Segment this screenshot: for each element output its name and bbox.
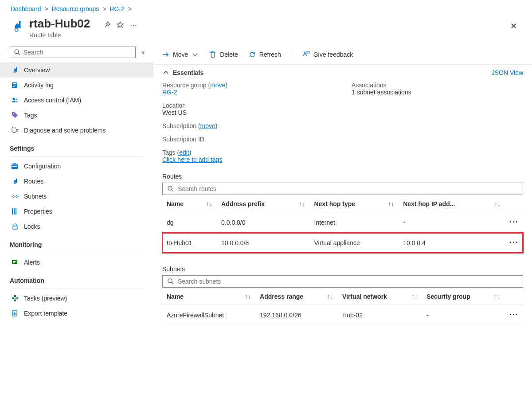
move-button[interactable]: Move	[162, 51, 199, 58]
table-row[interactable]: dg 0.0.0.0/0 Internet - ···	[162, 212, 523, 233]
routes-icon	[12, 178, 19, 185]
sidebar-item-activity-log[interactable]: Activity log	[0, 78, 153, 93]
overview-icon	[12, 66, 19, 74]
subnets-col-vnet[interactable]: Virtual network↑↓	[338, 289, 422, 305]
row-menu-button[interactable]: ···	[505, 305, 523, 325]
svg-rect-17	[12, 208, 13, 215]
svg-rect-14	[12, 166, 17, 167]
table-row[interactable]: AzureFirewallSubnet 192.168.0.0/26 Hub-0…	[162, 305, 523, 325]
json-view-link[interactable]: JSON View	[492, 69, 523, 76]
chevron-right-icon: >	[45, 5, 48, 12]
subnets-table: Name↑↓ Address range↑↓ Virtual network↑↓…	[162, 289, 523, 325]
ess-label-subscription: Subscription (move)	[162, 122, 334, 129]
tags-icon	[12, 112, 19, 119]
svg-rect-32	[307, 51, 309, 53]
table-row[interactable]: to-Hub01 10.0.0.0/8 Virtual appliance 10…	[162, 233, 523, 253]
breadcrumb-item-rg2[interactable]: RG-2	[110, 5, 125, 12]
sidebar-item-label: Properties	[24, 208, 52, 215]
routes-col-hoptype[interactable]: Next hop type↑↓	[309, 196, 399, 212]
sidebar-item-tasks[interactable]: Tasks (preview)	[0, 291, 153, 306]
sidebar-item-label: Access control (IAM)	[24, 97, 81, 104]
sidebar-item-subnets[interactable]: <·> Subnets	[0, 189, 153, 204]
routes-col-hopip[interactable]: Next hop IP add...↑↓	[399, 196, 505, 212]
subnets-search-input[interactable]	[178, 278, 518, 285]
sidebar-item-routes[interactable]: Routes	[0, 174, 153, 189]
svg-point-4	[14, 71, 16, 73]
svg-rect-8	[13, 86, 15, 87]
sidebar-section-automation: Automation	[0, 270, 153, 287]
move-link-2[interactable]: move	[200, 122, 215, 129]
sidebar-section-settings: Settings	[0, 138, 153, 155]
svg-point-9	[13, 98, 15, 100]
sidebar-item-diagnose[interactable]: Diagnose and solve problems	[0, 123, 153, 138]
page-subtitle: Route table	[29, 31, 90, 39]
refresh-icon	[249, 51, 256, 58]
routes-table: Name↑↓ Address prefix↑↓ Next hop type↑↓ …	[162, 196, 523, 253]
more-icon[interactable]: ⋯	[130, 21, 137, 30]
edit-tags-link[interactable]: edit	[179, 149, 189, 156]
svg-rect-6	[13, 83, 16, 84]
ess-label-tags: Tags (edit)	[162, 149, 523, 156]
chevron-right-icon: >	[102, 5, 106, 12]
svg-rect-21	[12, 260, 17, 264]
sidebar-item-label: Overview	[24, 66, 50, 74]
diagnose-icon	[12, 127, 19, 134]
subnets-heading: Subnets	[153, 261, 532, 275]
close-icon[interactable]: ✕	[506, 19, 521, 34]
svg-rect-26	[14, 295, 16, 297]
svg-point-33	[168, 186, 172, 190]
sidebar-item-overview[interactable]: Overview	[0, 62, 153, 78]
sidebar-item-label: Tags	[24, 112, 37, 119]
subnets-search[interactable]	[162, 275, 523, 288]
row-menu-button[interactable]: ···	[505, 233, 523, 253]
subnets-col-sg[interactable]: Security group↑↓	[422, 289, 505, 305]
sidebar-item-locks[interactable]: Locks	[0, 219, 153, 234]
feedback-icon	[303, 51, 310, 58]
search-icon	[14, 49, 21, 56]
route-table-icon	[11, 20, 24, 33]
sidebar-search[interactable]	[10, 47, 136, 58]
sidebar-item-tags[interactable]: Tags	[0, 108, 153, 123]
sidebar-search-input[interactable]	[23, 49, 132, 56]
pin-icon[interactable]	[103, 21, 110, 30]
sidebar-item-properties[interactable]: Properties	[0, 204, 153, 219]
svg-point-35	[168, 279, 172, 283]
routes-search-input[interactable]	[178, 185, 518, 192]
sidebar-item-label: Configuration	[24, 163, 61, 170]
star-icon[interactable]	[117, 21, 124, 30]
svg-rect-25	[16, 297, 18, 299]
routes-col-prefix[interactable]: Address prefix↑↓	[217, 196, 309, 212]
lock-icon	[12, 223, 19, 230]
svg-rect-19	[16, 208, 16, 215]
activity-log-icon	[12, 82, 19, 89]
sidebar-item-export-template[interactable]: Export template	[0, 306, 153, 321]
svg-text:<·>: <·>	[12, 194, 19, 199]
subnets-col-name[interactable]: Name↑↓	[162, 289, 255, 305]
breadcrumb-item-dashboard[interactable]: Dashboard	[11, 5, 41, 12]
ess-value-location: West US	[162, 109, 334, 116]
trash-icon	[209, 51, 216, 58]
svg-rect-7	[13, 85, 16, 86]
essentials-toggle[interactable]: Essentials	[162, 69, 203, 76]
sidebar-item-access-control[interactable]: Access control (IAM)	[0, 93, 153, 108]
breadcrumb-item-resource-groups[interactable]: Resource groups	[52, 5, 99, 12]
chevron-up-icon	[162, 69, 169, 76]
collapse-sidebar-icon[interactable]: «	[139, 47, 146, 58]
svg-point-10	[16, 98, 17, 100]
subnets-col-range[interactable]: Address range↑↓	[255, 289, 338, 305]
sidebar: « Overview Activity log Access control (…	[0, 47, 153, 395]
refresh-button[interactable]: Refresh	[249, 51, 281, 58]
row-menu-button[interactable]: ···	[505, 212, 523, 233]
delete-button[interactable]: Delete	[209, 51, 238, 58]
routes-col-name[interactable]: Name↑↓	[162, 196, 217, 212]
feedback-button[interactable]: Give feedback	[303, 51, 353, 58]
rg-link[interactable]: RG-2	[162, 89, 177, 96]
svg-point-1	[16, 29, 18, 31]
move-link[interactable]: move	[210, 82, 225, 89]
add-tags-link[interactable]: Click here to add tags	[162, 156, 222, 163]
sidebar-item-configuration[interactable]: Configuration	[0, 159, 153, 174]
routes-search[interactable]	[162, 183, 523, 195]
svg-point-31	[304, 52, 306, 54]
sidebar-item-alerts[interactable]: Alerts	[0, 255, 153, 270]
sidebar-item-label: Tasks (preview)	[24, 295, 67, 302]
